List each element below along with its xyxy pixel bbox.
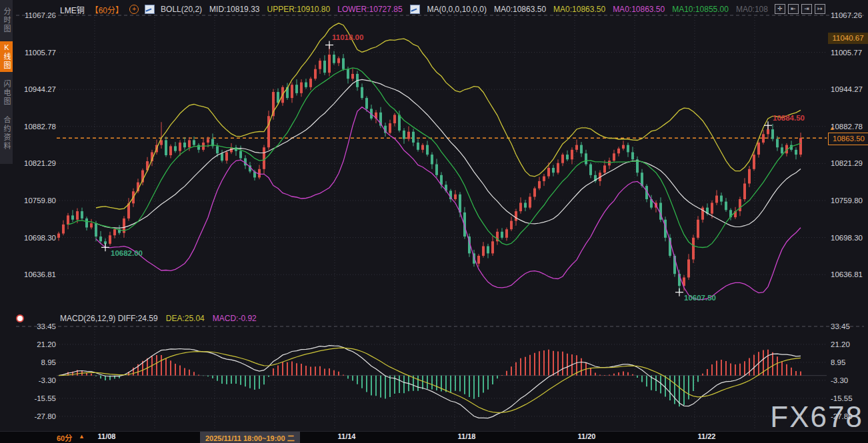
- extreme-price-annotation: 11018.00: [332, 33, 363, 41]
- ma10-line: [68, 68, 801, 248]
- period-label[interactable]: 【60分】: [91, 4, 123, 15]
- sidebar: 分时图 K线图 闪电图 合约资料: [0, 0, 13, 164]
- price-arrow-icon: ▲: [829, 125, 835, 131]
- macd-header: MACD(26,12,9) DIFF:24.59DEA:25.04MACD:-0…: [60, 314, 257, 323]
- macd-histogram: [59, 350, 801, 406]
- indicator-value: MA(0,0,0,10,0,0): [427, 5, 487, 14]
- zoom-x-axis-icon[interactable]: ⇤: [788, 4, 799, 14]
- watermark: FX678: [770, 400, 863, 434]
- date-label: 11/20: [567, 432, 607, 440]
- date-label: 11/08: [87, 432, 127, 440]
- macd-value: DEA:25.04: [166, 314, 205, 323]
- indicator-value: MA0:10863.50: [494, 5, 546, 14]
- sidebar-item-kline-chart[interactable]: K线图: [0, 41, 13, 72]
- kline-chart[interactable]: 10682.0011018.0010607.5010884.50: [0, 0, 868, 443]
- symbol-name: LME铜: [60, 4, 85, 15]
- indicator-value: MA10:10855.00: [672, 5, 729, 14]
- indicator-value: BOLL(20,2): [161, 5, 202, 14]
- indicator-value: MA0:10863.50: [553, 5, 605, 14]
- indicator-value: MA0:108: [736, 5, 768, 14]
- extreme-price-annotation: 10607.50: [684, 294, 716, 302]
- indicator-value: LOWER:10727.85: [337, 5, 402, 14]
- pan-icon[interactable]: ✛: [775, 4, 785, 14]
- indicator-value: MA0:10863.50: [613, 5, 665, 14]
- time-axis-bar: 60分 ▲ 2025/11/11 18:00~19:00 二 11/0811/1…: [0, 431, 868, 443]
- candles: [57, 45, 802, 292]
- macd-value: MACD:-0.92: [213, 314, 257, 323]
- date-label: 11/18: [447, 432, 487, 440]
- sidebar-item-contract-info[interactable]: 合约资料: [0, 114, 13, 153]
- macd-dea-line: [59, 348, 801, 412]
- kline-app: 10682.0011018.0010607.5010884.50 分时图 K线图…: [0, 0, 868, 443]
- macd-indicator-icon[interactable]: [16, 314, 24, 322]
- boll-mini-chart-icon[interactable]: [145, 5, 155, 14]
- date-label: 11/22: [687, 432, 727, 440]
- current-price-badge: 10863.50: [828, 133, 868, 145]
- zoom-y-axis-icon[interactable]: ⇥: [801, 4, 812, 14]
- shift-right-icon[interactable]: ↦: [815, 4, 825, 14]
- extreme-price-annotation: 10884.50: [773, 114, 805, 122]
- period-up-arrow-icon[interactable]: ▲: [79, 433, 85, 440]
- add-circle-icon[interactable]: +: [129, 5, 139, 14]
- macd-value: MACD(26,12,9) DIFF:24.59: [60, 314, 158, 323]
- ma-mini-chart-icon[interactable]: [410, 5, 420, 14]
- bottom-period-label[interactable]: 60分: [57, 432, 72, 443]
- chart-header: LME铜 【60分】 + BOLL(20,2)MID:10819.33UPPER…: [60, 3, 768, 15]
- date-label: 11/14: [327, 432, 367, 440]
- selected-time-range: 2025/11/11 18:00~19:00 二: [200, 432, 300, 443]
- indicator-values: BOLL(20,2)MID:10819.33UPPER:10910.80LOWE…: [161, 5, 768, 14]
- extreme-price-annotation: 10682.00: [111, 249, 143, 257]
- indicator-value: MID:10819.33: [209, 5, 259, 14]
- chart-toolbar: ✛ ⇤ ⇥ ↦: [775, 4, 825, 14]
- indicator-value: UPPER:10910.80: [267, 5, 330, 14]
- reference-high-badge: 11040.67: [828, 33, 868, 44]
- sidebar-item-timeline-chart[interactable]: 分时图: [0, 5, 13, 35]
- sidebar-item-flash-chart[interactable]: 闪电图: [0, 78, 13, 108]
